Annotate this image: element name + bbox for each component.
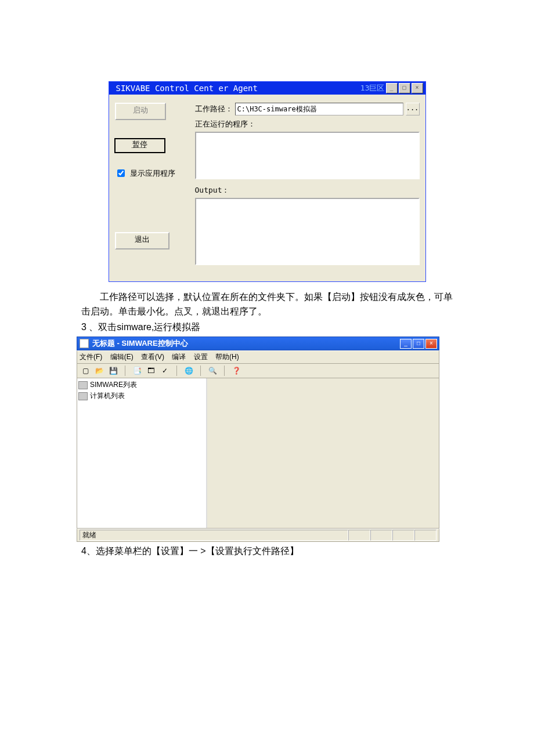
menu-view[interactable]: 查看(V) bbox=[141, 353, 164, 361]
simware-titlebar: 无标题 - SIMWARE控制中心 _ □ × bbox=[77, 337, 439, 350]
status-text: 就绪 bbox=[80, 530, 348, 541]
simware-window: 无标题 - SIMWARE控制中心 _ □ × 文件(F) 编辑(E) 查看(V… bbox=[77, 337, 439, 542]
output-label: Output： bbox=[195, 185, 420, 196]
browse-button[interactable]: ... bbox=[406, 103, 420, 115]
menubar: 文件(F) 编辑(E) 查看(V) 编译 设置 帮助(H) bbox=[77, 350, 439, 364]
maximize-icon[interactable]: □ bbox=[399, 83, 410, 93]
agent-title-right: 13巨区 bbox=[359, 83, 386, 93]
menu-file[interactable]: 文件(F) bbox=[80, 353, 102, 361]
agent-title-text: SIKVABE Control Cent er Agent bbox=[109, 84, 359, 93]
save-icon[interactable]: 💾 bbox=[109, 366, 118, 375]
minimize-icon[interactable]: _ bbox=[386, 83, 398, 93]
show-app-label: 显示应用程序 bbox=[130, 168, 175, 179]
tree-node-computers[interactable]: 计算机列表 bbox=[78, 390, 205, 401]
running-label: 正在运行的程序： bbox=[195, 119, 420, 129]
statusbar: 就绪 bbox=[77, 529, 439, 542]
pause-button[interactable]: 暂停 bbox=[115, 139, 165, 153]
instruction-paragraph-2: 3 、双击simware,运行模拟器 bbox=[81, 320, 459, 335]
running-list bbox=[195, 132, 420, 179]
help-icon[interactable]: ❓ bbox=[232, 366, 241, 375]
show-app-checkbox-input[interactable] bbox=[117, 169, 125, 177]
instruction-paragraph-3: 4、选择菜单栏的【设置】一 >【设置执行文件路径】 bbox=[81, 544, 459, 559]
open-icon[interactable]: 📂 bbox=[95, 366, 104, 375]
tree-panel: SIMWARE列表 计算机列表 bbox=[77, 378, 207, 528]
app-icon bbox=[80, 339, 89, 348]
menu-compile[interactable]: 编译 bbox=[172, 353, 186, 361]
menu-settings[interactable]: 设置 bbox=[194, 353, 208, 361]
search-icon[interactable]: 🔍 bbox=[208, 366, 217, 375]
toolbar: ▢ 📂 💾 📑 🗔 ✓ 🌐 🔍 ❓ bbox=[77, 364, 439, 378]
exit-button[interactable]: 退出 bbox=[115, 232, 169, 249]
globe-icon[interactable]: 🌐 bbox=[184, 366, 193, 375]
db-icon[interactable]: 🗔 bbox=[146, 366, 156, 375]
start-button[interactable]: 启动 bbox=[115, 103, 166, 120]
client-area bbox=[207, 378, 439, 528]
output-box bbox=[195, 198, 420, 265]
workpath-input[interactable] bbox=[235, 103, 403, 115]
folder-icon bbox=[78, 381, 88, 389]
workpath-label: 工作路径： bbox=[195, 104, 233, 114]
instruction-paragraph-1: 工作路径可以选择，默认位置在所在的文件夹下。如果【启动】按钮没有成灰色，可单击启… bbox=[81, 290, 459, 319]
menu-help[interactable]: 帮助(H) bbox=[215, 353, 239, 361]
agent-window: SIKVABE Control Cent er Agent 13巨区 _ □ ×… bbox=[109, 81, 426, 282]
check-icon[interactable]: ✓ bbox=[160, 366, 169, 375]
menu-edit[interactable]: 编辑(E) bbox=[110, 353, 134, 361]
show-app-checkbox[interactable]: 显示应用程序 bbox=[115, 168, 190, 179]
folder-icon bbox=[78, 392, 88, 400]
agent-titlebar: SIKVABE Control Cent er Agent 13巨区 _ □ × bbox=[109, 82, 425, 95]
close-icon[interactable]: × bbox=[412, 83, 423, 93]
tree-node-simware[interactable]: SIMWARE列表 bbox=[78, 379, 205, 390]
new-icon[interactable]: ▢ bbox=[81, 366, 90, 375]
stack-icon[interactable]: 📑 bbox=[132, 366, 142, 375]
simware-title-text: 无标题 - SIMWARE控制中心 bbox=[92, 338, 400, 349]
minimize-icon[interactable]: _ bbox=[400, 339, 412, 349]
maximize-icon[interactable]: □ bbox=[413, 339, 424, 349]
close-icon[interactable]: × bbox=[425, 339, 437, 349]
